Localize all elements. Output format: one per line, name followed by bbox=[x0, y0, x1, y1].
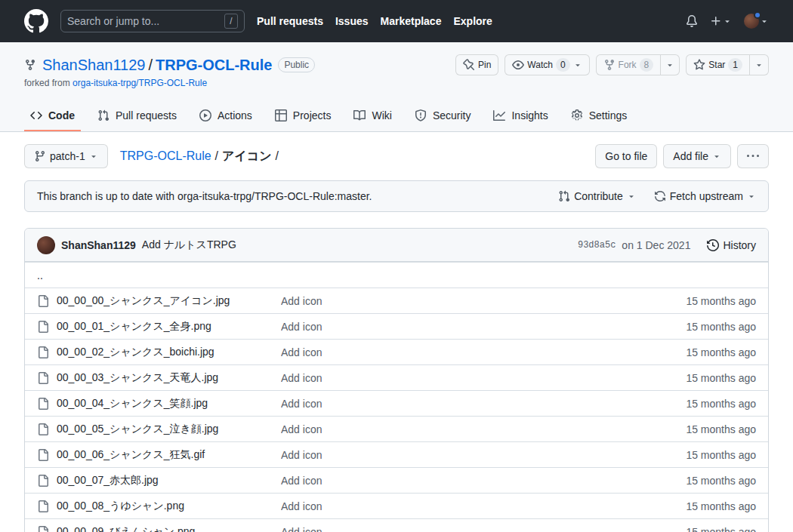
go-to-file-button[interactable]: Go to file bbox=[595, 144, 657, 168]
commit-author-avatar[interactable] bbox=[37, 236, 55, 254]
file-name-link[interactable]: 00_00_08_うゆシャン.png bbox=[57, 500, 281, 513]
tab-code[interactable]: Code bbox=[24, 103, 81, 131]
file-name-link[interactable]: 00_00_07_赤太郎.jpg bbox=[57, 474, 281, 487]
history-icon bbox=[707, 239, 719, 251]
file-name-link[interactable]: 00_00_02_シャンクス_boichi.jpg bbox=[57, 346, 281, 359]
nav-pull-requests[interactable]: Pull requests bbox=[257, 15, 323, 27]
notifications-bell-icon[interactable] bbox=[686, 15, 698, 27]
breadcrumb-repo-link[interactable]: TRPG-OCL-Rule bbox=[120, 149, 211, 163]
commit-message-link[interactable]: Add ナルトスTRPG bbox=[142, 238, 236, 252]
table-row[interactable]: 00_00_00_シャンクス_アイコン.jpg Add icon 15 mont… bbox=[25, 288, 768, 313]
contribute-button[interactable]: Contribute bbox=[558, 190, 636, 202]
row-commit-message[interactable]: Add icon bbox=[281, 500, 686, 512]
star-dropdown-button[interactable] bbox=[749, 54, 769, 75]
commit-author-link[interactable]: ShanShan1129 bbox=[61, 239, 136, 251]
search-input[interactable]: Search or jump to... / bbox=[60, 10, 245, 32]
star-button[interactable]: Star 1 bbox=[686, 54, 750, 75]
user-menu[interactable] bbox=[744, 14, 769, 29]
file-icon bbox=[37, 346, 49, 358]
file-age: 15 months ago bbox=[686, 372, 756, 384]
project-icon bbox=[275, 109, 287, 121]
table-row[interactable]: 00_00_06_シャンクス_狂気.gif Add icon 15 months… bbox=[25, 441, 768, 467]
row-commit-message[interactable]: Add icon bbox=[281, 526, 686, 532]
row-commit-message[interactable]: Add icon bbox=[281, 372, 686, 384]
file-name-link[interactable]: 00_00_09_びえんシャン.png bbox=[57, 525, 281, 532]
table-row[interactable]: 00_00_01_シャンクス_全身.png Add icon 15 months… bbox=[25, 313, 768, 339]
file-name-link[interactable]: 00_00_01_シャンクス_全身.png bbox=[57, 320, 281, 334]
kebab-icon bbox=[747, 150, 759, 162]
sync-icon bbox=[654, 190, 666, 202]
tab-projects[interactable]: Projects bbox=[269, 103, 338, 131]
watch-count: 0 bbox=[556, 58, 570, 72]
tab-pull-requests[interactable]: Pull requests bbox=[91, 103, 183, 131]
git-branch-icon bbox=[34, 150, 46, 162]
history-link[interactable]: History bbox=[707, 239, 756, 251]
shield-icon bbox=[415, 109, 427, 121]
table-row[interactable]: 00_00_07_赤太郎.jpg Add icon 15 months ago bbox=[25, 467, 768, 493]
file-name-link[interactable]: 00_00_00_シャンクス_アイコン.jpg bbox=[57, 294, 281, 308]
more-options-button[interactable] bbox=[737, 144, 769, 168]
repo-actions: Pin Watch 0 Fork 8 bbox=[455, 54, 769, 75]
create-new-menu[interactable] bbox=[710, 15, 732, 27]
tab-security[interactable]: Security bbox=[409, 103, 477, 131]
file-icon bbox=[37, 423, 49, 435]
parent-directory-link[interactable]: .. bbox=[37, 269, 43, 281]
nav-issues[interactable]: Issues bbox=[335, 15, 369, 27]
nav-marketplace[interactable]: Marketplace bbox=[381, 15, 442, 27]
row-commit-message[interactable]: Add icon bbox=[281, 449, 686, 461]
table-row[interactable]: 00_00_02_シャンクス_boichi.jpg Add icon 15 mo… bbox=[25, 339, 768, 364]
file-icon bbox=[37, 295, 49, 307]
pin-button[interactable]: Pin bbox=[455, 54, 498, 75]
table-row[interactable]: 00_00_08_うゆシャン.png Add icon 15 months ag… bbox=[25, 493, 768, 518]
file-icon bbox=[37, 398, 49, 410]
file-browser: ShanShan1129 Add ナルトスTRPG 93d8a5c on 1 D… bbox=[24, 228, 769, 532]
slash-key-hint: / bbox=[224, 14, 238, 29]
file-age: 15 months ago bbox=[686, 475, 756, 487]
table-row[interactable]: 00_00_05_シャンクス_泣き顔.jpg Add icon 15 month… bbox=[25, 416, 768, 441]
fork-button[interactable]: Fork 8 bbox=[596, 54, 662, 75]
row-commit-message[interactable]: Add icon bbox=[281, 398, 686, 410]
file-name-link[interactable]: 00_00_03_シャンクス_天竜人.jpg bbox=[57, 371, 281, 385]
table-row[interactable]: 00_00_03_シャンクス_天竜人.jpg Add icon 15 month… bbox=[25, 364, 768, 390]
table-row[interactable]: 00_00_04_シャンクス_笑顔.jpg Add icon 15 months… bbox=[25, 390, 768, 416]
file-name-link[interactable]: 00_00_06_シャンクス_狂気.gif bbox=[57, 448, 281, 462]
breadcrumb-current-folder: アイコン bbox=[222, 149, 272, 165]
tab-settings[interactable]: Settings bbox=[565, 103, 634, 131]
repo-forked-icon bbox=[24, 59, 36, 71]
tab-wiki[interactable]: Wiki bbox=[347, 103, 397, 131]
repo-name-link[interactable]: TRPG-OCL-Rule bbox=[156, 54, 272, 75]
file-name-link[interactable]: 00_00_04_シャンクス_笑顔.jpg bbox=[57, 397, 281, 411]
watch-button[interactable]: Watch 0 bbox=[504, 54, 589, 75]
branch-selector[interactable]: patch-1 bbox=[24, 144, 108, 168]
table-row[interactable]: 00_00_09_びえんシャン.png Add icon 15 months a… bbox=[25, 518, 768, 532]
forked-from-link[interactable]: orga-itsuka-trpg/TRPG-OCL-Rule bbox=[73, 78, 207, 88]
parent-directory-row[interactable]: .. bbox=[25, 262, 768, 288]
git-pull-request-icon bbox=[97, 109, 110, 121]
visibility-badge: Public bbox=[278, 57, 315, 72]
file-age: 15 months ago bbox=[686, 526, 756, 532]
github-logo[interactable] bbox=[24, 9, 60, 33]
row-commit-message[interactable]: Add icon bbox=[281, 423, 686, 435]
add-file-button[interactable]: Add file bbox=[663, 144, 731, 168]
file-age: 15 months ago bbox=[686, 346, 756, 358]
fetch-upstream-button[interactable]: Fetch upstream bbox=[654, 190, 756, 202]
commit-sha-link[interactable]: 93d8a5c bbox=[578, 240, 616, 251]
tab-actions[interactable]: Actions bbox=[193, 103, 258, 131]
row-commit-message[interactable]: Add icon bbox=[281, 475, 686, 487]
commit-date: on 1 Dec 2021 bbox=[622, 239, 690, 251]
chevron-down-icon bbox=[89, 152, 98, 161]
fork-count: 8 bbox=[640, 58, 654, 72]
git-pull-request-icon bbox=[558, 190, 570, 202]
nav-explore[interactable]: Explore bbox=[453, 15, 492, 27]
file-icon bbox=[37, 500, 49, 512]
repo-owner-link[interactable]: ShanShan1129 bbox=[42, 54, 145, 75]
tab-insights[interactable]: Insights bbox=[487, 103, 554, 131]
play-icon bbox=[199, 109, 211, 121]
star-count: 1 bbox=[728, 58, 742, 72]
fork-dropdown-button[interactable] bbox=[660, 54, 680, 75]
row-commit-message[interactable]: Add icon bbox=[281, 321, 686, 333]
row-commit-message[interactable]: Add icon bbox=[281, 346, 686, 358]
file-age: 15 months ago bbox=[686, 500, 756, 512]
file-name-link[interactable]: 00_00_05_シャンクス_泣き顔.jpg bbox=[57, 423, 281, 436]
row-commit-message[interactable]: Add icon bbox=[281, 295, 686, 307]
